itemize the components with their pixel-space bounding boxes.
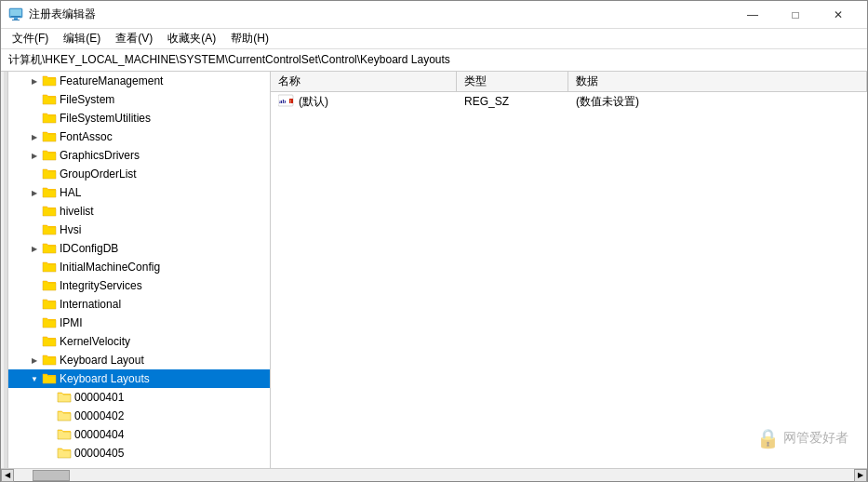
scroll-right-button[interactable]: ▶ [854, 469, 867, 482]
main-window: 注册表编辑器 — □ ✕ 文件(F)编辑(E)查看(V)收藏夹(A)帮助(H) … [0, 0, 868, 482]
svg-rect-2 [11, 16, 20, 17]
folder-icon-graphicsdrivers [42, 148, 57, 164]
expander-00000405[interactable] [42, 446, 57, 461]
app-icon [8, 7, 23, 22]
tree-label-featuremanagement: FeatureManagement [60, 74, 163, 87]
menu-item-v[interactable]: 查看(V) [108, 29, 160, 49]
folder-icon-keyboardlayouts [42, 371, 57, 387]
expander-00000402[interactable] [42, 408, 57, 423]
tree-item-graphicsdrivers[interactable]: ▶ GraphicsDrivers [8, 146, 270, 165]
menu-item-f[interactable]: 文件(F) [5, 29, 56, 49]
tree-item-keyboardlayouts[interactable]: ▼ Keyboard Layouts [8, 369, 270, 388]
folder-icon-hivelist [42, 204, 57, 220]
tree-item-hal[interactable]: ▶ HAL [8, 183, 270, 202]
tree-label-international: International [60, 298, 121, 311]
tree-label-kernelvelocity: KernelVelocity [60, 335, 130, 348]
tree-item-grouporderlist[interactable]: GroupOrderList [8, 165, 270, 183]
expander-grouporderlist[interactable] [27, 167, 42, 181]
tree-panel[interactable]: ▶ FeatureManagement FileSystem FileSyste… [8, 72, 271, 468]
expander-idconfigdb[interactable]: ▶ [27, 241, 42, 256]
expander-hvsi[interactable] [27, 222, 42, 237]
window-controls: — □ ✕ [731, 1, 860, 29]
tree-label-filesystem: FileSystem [60, 93, 114, 106]
folder-icon-fontassoc [42, 129, 57, 145]
tree-item-filesystem[interactable]: FileSystem [8, 90, 270, 109]
tree-item-00000405[interactable]: 00000405 [8, 444, 270, 462]
tree-label-graphicsdrivers: GraphicsDrivers [60, 149, 140, 162]
tree-item-fontassoc[interactable]: ▶ FontAssoc [8, 127, 270, 146]
title-bar-left: 注册表编辑器 [8, 7, 96, 22]
close-button[interactable]: ✕ [817, 1, 860, 29]
column-header-name[interactable]: 名称 [271, 72, 457, 91]
bottom-scrollbar[interactable]: ◀ ▶ [1, 468, 867, 481]
tree-label-keyboardlayout: Keyboard Layout [60, 354, 144, 367]
scrollbar-track[interactable] [14, 470, 854, 481]
cell-name-text: (默认) [299, 94, 328, 110]
tree-item-hvsi[interactable]: Hvsi [8, 221, 270, 239]
tree-item-00000404[interactable]: 00000404 [8, 425, 270, 444]
expander-keyboardlayouts[interactable]: ▼ [27, 371, 42, 386]
svg-text:|: | [290, 99, 291, 104]
table-header: 名称 类型 数据 [271, 72, 867, 92]
menu-item-h[interactable]: 帮助(H) [223, 29, 276, 49]
expander-featuremanagement[interactable]: ▶ [27, 74, 42, 88]
tree-item-hivelist[interactable]: hivelist [8, 202, 270, 221]
expander-initialmachineconfig[interactable] [27, 260, 42, 274]
minimize-button[interactable]: — [731, 1, 774, 29]
expander-filesystemutilities[interactable] [27, 111, 42, 126]
svg-text:ab: ab [279, 98, 287, 105]
folder-icon-keyboardlayout [42, 353, 57, 368]
tree-item-kernelvelocity[interactable]: KernelVelocity [8, 332, 270, 351]
scroll-left-button[interactable]: ◀ [1, 469, 14, 482]
expander-ipmi[interactable] [27, 315, 42, 330]
expander-filesystem[interactable] [27, 92, 42, 107]
expander-00000401[interactable] [42, 390, 57, 405]
cell-data: (数值未设置) [568, 93, 867, 111]
tree-item-initialmachineconfig[interactable]: InitialMachineConfig [8, 258, 270, 276]
address-text: 计算机\HKEY_LOCAL_MACHINE\SYSTEM\CurrentCon… [8, 52, 450, 68]
expander-international[interactable] [27, 297, 42, 312]
folder-icon-kernelvelocity [42, 334, 57, 350]
left-edge [1, 72, 8, 468]
folder-icon-ipmi [42, 315, 57, 331]
table-content[interactable]: ab | (默认)REG_SZ(数值未设置) [271, 92, 867, 468]
folder-icon-hal [42, 185, 57, 201]
column-header-type[interactable]: 类型 [457, 72, 568, 91]
folder-icon-integrityservices [42, 278, 57, 294]
column-header-data[interactable]: 数据 [568, 72, 867, 91]
tree-item-idconfigdb[interactable]: ▶ IDConfigDB [8, 239, 270, 258]
expander-kernelvelocity[interactable] [27, 334, 42, 349]
folder-icon-filesystemutilities [42, 111, 57, 127]
tree-item-integrityservices[interactable]: IntegrityServices [8, 276, 270, 295]
expander-00000404[interactable] [42, 427, 57, 442]
right-panel: 名称 类型 数据 ab | (默认)REG_SZ(数值未设置) 🔒 网管爱好者 [271, 72, 867, 468]
tree-item-keyboardlayout[interactable]: ▶ Keyboard Layout [8, 351, 270, 369]
tree-item-filesystemutilities[interactable]: FileSystemUtilities [8, 109, 270, 127]
left-edge-marker [4, 72, 7, 468]
expander-fontassoc[interactable]: ▶ [27, 129, 42, 144]
expander-keyboardlayout[interactable]: ▶ [27, 353, 42, 368]
tree-label-initialmachineconfig: InitialMachineConfig [60, 261, 160, 274]
main-content: ▶ FeatureManagement FileSystem FileSyste… [1, 72, 867, 468]
tree-item-featuremanagement[interactable]: ▶ FeatureManagement [8, 72, 270, 90]
scrollbar-thumb[interactable] [33, 470, 70, 481]
expander-hivelist[interactable] [27, 204, 42, 219]
tree-label-00000404: 00000404 [74, 428, 124, 441]
maximize-button[interactable]: □ [774, 1, 817, 29]
expander-integrityservices[interactable] [27, 278, 42, 293]
folder-icon-00000401 [57, 390, 72, 406]
cell-name: ab | (默认) [271, 93, 457, 111]
tree-item-00000402[interactable]: 00000402 [8, 407, 270, 425]
menu-item-e[interactable]: 编辑(E) [56, 29, 108, 49]
folder-icon-grouporderlist [42, 167, 57, 182]
menu-bar: 文件(F)编辑(E)查看(V)收藏夹(A)帮助(H) [1, 29, 867, 49]
expander-graphicsdrivers[interactable]: ▶ [27, 148, 42, 163]
tree-item-ipmi[interactable]: IPMI [8, 314, 270, 332]
tree-label-00000405: 00000405 [74, 447, 124, 460]
table-row[interactable]: ab | (默认)REG_SZ(数值未设置) [271, 92, 867, 111]
menu-item-a[interactable]: 收藏夹(A) [160, 29, 223, 49]
tree-item-international[interactable]: International [8, 295, 270, 314]
address-bar: 计算机\HKEY_LOCAL_MACHINE\SYSTEM\CurrentCon… [1, 49, 867, 72]
expander-hal[interactable]: ▶ [27, 185, 42, 200]
tree-item-00000401[interactable]: 00000401 [8, 388, 270, 407]
